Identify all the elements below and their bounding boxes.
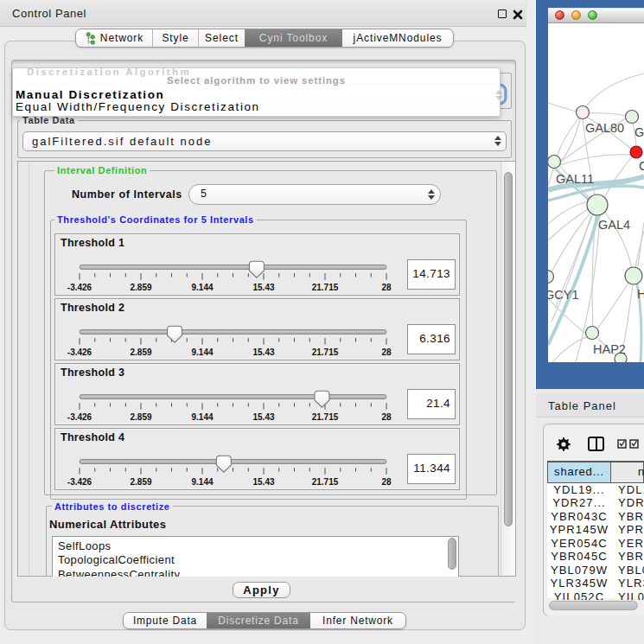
- svg-text:28: 28: [381, 476, 392, 486]
- svg-text:15.43: 15.43: [252, 476, 274, 486]
- svg-text:15.43: 15.43: [252, 411, 274, 421]
- svg-text:GAL4: GAL4: [598, 218, 630, 232]
- svg-text:9.144: 9.144: [191, 282, 213, 291]
- svg-text:2.859: 2.859: [130, 411, 151, 421]
- svg-text:28: 28: [381, 347, 392, 356]
- svg-text:21.715: 21.715: [312, 411, 339, 421]
- svg-text:2.859: 2.859: [130, 282, 151, 291]
- svg-text:HA: HA: [637, 287, 644, 301]
- svg-text:-3.426: -3.426: [67, 476, 92, 486]
- svg-text:15.43: 15.43: [252, 282, 274, 291]
- svg-text:28: 28: [381, 411, 392, 421]
- svg-text:CY: CY: [639, 159, 644, 173]
- svg-text:9.144: 9.144: [191, 411, 213, 421]
- svg-text:15.43: 15.43: [252, 347, 274, 356]
- svg-text:28: 28: [381, 282, 392, 291]
- svg-text:9.144: 9.144: [191, 476, 213, 486]
- svg-text:21.715: 21.715: [312, 476, 339, 486]
- svg-text:HAP2: HAP2: [593, 342, 626, 356]
- svg-text:GA: GA: [634, 125, 644, 139]
- svg-text:21.715: 21.715: [312, 347, 339, 356]
- svg-text:GAL11: GAL11: [556, 172, 594, 186]
- svg-text:2.859: 2.859: [130, 476, 151, 486]
- svg-text:21.715: 21.715: [312, 282, 339, 291]
- svg-text:-3.426: -3.426: [67, 282, 92, 291]
- svg-text:9.144: 9.144: [191, 347, 213, 356]
- svg-text:GCY1: GCY1: [548, 288, 579, 302]
- svg-text:-3.426: -3.426: [67, 347, 92, 356]
- svg-text:-3.426: -3.426: [67, 411, 92, 421]
- svg-text:2.859: 2.859: [130, 347, 151, 356]
- svg-text:GAL80: GAL80: [585, 121, 624, 135]
